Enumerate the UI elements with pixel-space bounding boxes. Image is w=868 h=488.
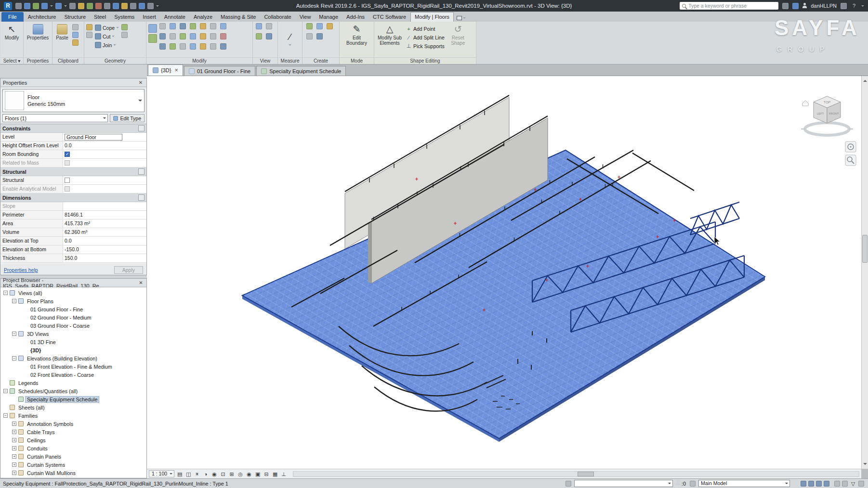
tab-insert[interactable]: Insert (139, 12, 160, 22)
panel-label-modify[interactable]: Modify (146, 57, 252, 64)
property-row-elevation-bottom[interactable]: Elevation at Bottom-150.0 (0, 245, 146, 254)
panel-label-create[interactable]: Create (302, 57, 339, 64)
thin-lines-icon[interactable] (130, 3, 136, 9)
measure-icon[interactable] (78, 3, 84, 9)
design-options-icon[interactable] (690, 481, 696, 487)
delete-icon[interactable] (220, 33, 226, 39)
select-underlay-toggle-icon[interactable] (808, 481, 814, 487)
help-icon[interactable]: ? (851, 3, 857, 9)
type-selector[interactable]: Floor Generic 150mm (2, 89, 145, 112)
scale-icon[interactable] (190, 33, 196, 39)
trim-extend-single-icon[interactable] (220, 23, 226, 29)
revit-app-icon[interactable]: R (4, 2, 12, 10)
property-row-level[interactable]: LevelGround Floor (0, 133, 146, 141)
add-point-button[interactable]: +Add Point (406, 25, 445, 32)
tree-item-legends[interactable]: Legends (0, 379, 146, 387)
align-icon[interactable] (148, 24, 157, 33)
vertical-scrollbar[interactable] (861, 76, 868, 469)
property-row-height-offset[interactable]: Height Offset From Level0.0 (0, 141, 146, 150)
section-dimensions[interactable]: Dimensions (0, 193, 146, 202)
undo-icon[interactable] (41, 3, 48, 9)
search-box[interactable]: Type a keyword or phrase (680, 2, 778, 10)
tab-file[interactable]: File (1, 12, 24, 22)
tree-item-curtain-systems[interactable]: +Curtain Systems (0, 461, 146, 469)
hide-elements-icon[interactable] (256, 23, 262, 29)
model-canvas[interactable]: TOP LEFT FRONT (147, 76, 861, 469)
tree-item-sheets[interactable]: Sheets (all) (0, 403, 146, 411)
temporary-hide-isolate-icon[interactable]: ◎ (237, 471, 244, 477)
tab-analyze[interactable]: Analyze (190, 12, 216, 22)
show-crop-region-icon[interactable]: ⊞ (228, 471, 235, 477)
tree-item-front-elevation-fine[interactable]: 01 Front Elevation - Fine & Medium (0, 362, 146, 371)
properties-palette-header[interactable]: Properties ✕ (0, 78, 146, 87)
properties-help-link[interactable]: Properties help (4, 267, 38, 273)
sync-icon[interactable] (33, 3, 39, 9)
communication-center-icon[interactable] (792, 3, 799, 9)
tree-item-annotation-symbols[interactable]: +Annotation Symbols (0, 420, 146, 428)
scroll-up-icon[interactable] (863, 78, 867, 82)
viewcube[interactable]: TOP LEFT FRONT (801, 96, 853, 135)
apply-button[interactable]: Apply (114, 266, 143, 274)
background-processes-icon[interactable] (842, 481, 848, 487)
drag-on-selection-toggle-icon[interactable] (834, 481, 840, 487)
render-icon[interactable]: ◉ (211, 471, 218, 477)
pin-icon[interactable] (200, 33, 206, 39)
cut-button[interactable]: Cut (95, 33, 119, 40)
wall-joins-icon[interactable] (121, 24, 128, 30)
expander-icon[interactable]: − (12, 356, 16, 360)
tab-collaborate[interactable]: Collaborate (260, 12, 295, 22)
horizontal-scrollbar[interactable] (293, 471, 859, 477)
tree-item-ground-floor-fine[interactable]: 01 Ground Floor - Fine (0, 305, 146, 313)
crop-view-icon[interactable]: ⊡ (220, 471, 226, 477)
tree-item-3d-views[interactable]: −3D Views (0, 330, 146, 338)
edit-type-button[interactable]: Edit Type (110, 114, 145, 122)
expander-icon[interactable]: − (3, 413, 8, 418)
create-legend-icon[interactable] (316, 33, 323, 39)
default-3d-view-icon[interactable] (113, 3, 119, 9)
exchange-apps-icon[interactable] (782, 3, 789, 9)
close-view-tab-icon[interactable]: ✕ (174, 68, 178, 73)
expander-icon[interactable]: + (12, 422, 16, 426)
autodesk-store-icon[interactable] (841, 3, 847, 9)
section-expand-icon[interactable] (138, 168, 145, 175)
tree-item-ceilings[interactable]: +Ceilings (0, 436, 146, 444)
tab-manage[interactable]: Manage (315, 12, 342, 22)
reveal-constraints-icon[interactable]: ⊥ (280, 471, 287, 477)
match-type-properties-icon[interactable] (72, 39, 79, 46)
text-icon[interactable] (104, 3, 110, 9)
override-graphics-icon[interactable] (266, 23, 272, 29)
wall-opening-icon[interactable] (170, 43, 176, 50)
join-dropdown-icon[interactable] (113, 44, 116, 47)
section-expand-icon[interactable] (138, 194, 145, 201)
tree-item-cable-trays[interactable]: +Cable Trays (0, 428, 146, 436)
expander-icon[interactable]: − (3, 291, 8, 295)
measure-tool-icon[interactable]: ∕ (285, 32, 295, 42)
view-tab-3d[interactable]: {3D} ✕ (148, 64, 183, 76)
filter-icon[interactable]: ▽ (850, 480, 856, 487)
tree-item-schedules[interactable]: −Schedules/Quantities (all) (0, 387, 146, 395)
join-button[interactable]: Join (95, 41, 119, 49)
view-tab-specialty-equipment-schedule[interactable]: Specialty Equipment Schedule (256, 66, 346, 76)
tag-icon[interactable] (95, 3, 102, 9)
measure-dropdown-icon[interactable] (289, 44, 291, 47)
element-filter-dropdown[interactable]: Floors (1) (2, 114, 108, 122)
create-group-icon[interactable] (306, 23, 313, 29)
select-by-face-toggle-icon[interactable] (824, 481, 829, 487)
ribbon-display-toggle[interactable] (457, 16, 466, 20)
expander-icon[interactable]: + (12, 462, 16, 467)
workset-dropdown[interactable] (574, 480, 673, 487)
paint-icon[interactable] (86, 24, 92, 30)
tab-ctc-software[interactable]: CTC Software (369, 12, 410, 22)
tab-structure[interactable]: Structure (60, 12, 90, 22)
tree-item-views[interactable]: −Views (all) (0, 289, 146, 297)
cut-dropdown-icon[interactable] (112, 36, 115, 39)
offset-icon[interactable] (148, 34, 157, 43)
shadows-icon[interactable]: ◑ (202, 471, 209, 477)
panel-label-geometry[interactable]: Geometry (84, 57, 146, 64)
split-with-gap-icon[interactable] (170, 33, 176, 39)
expander-icon[interactable]: − (12, 332, 16, 336)
detail-level-icon[interactable]: ▤ (176, 471, 183, 477)
panel-label-select[interactable]: Select ▾ (0, 57, 23, 64)
tab-add-ins[interactable]: Add-Ins (342, 12, 368, 22)
scale-selector[interactable]: 1 : 100 (149, 470, 174, 477)
